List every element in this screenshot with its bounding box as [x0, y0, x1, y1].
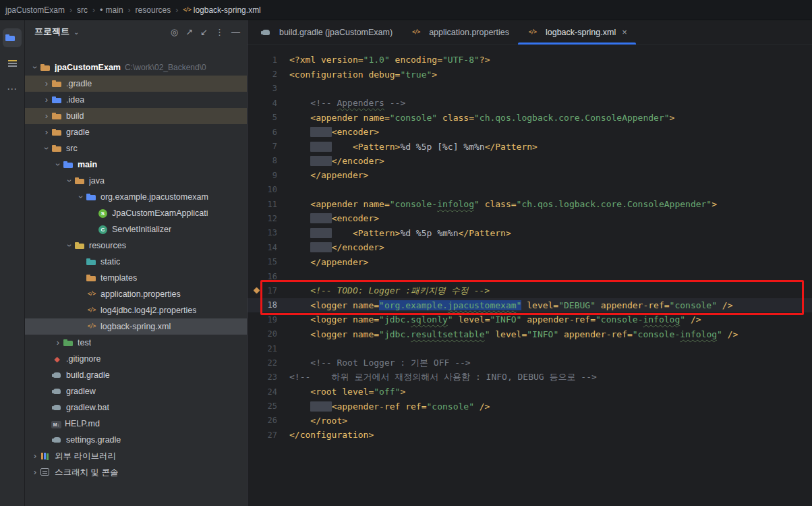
code-line[interactable]: 3: [248, 82, 812, 96]
chevron-right-icon[interactable]: ›: [42, 79, 51, 88]
line-number[interactable]: 5: [248, 113, 289, 122]
code-line[interactable]: 8 </encoder>: [248, 154, 812, 168]
line-number[interactable]: 25: [248, 401, 289, 411]
code-line[interactable]: 17 <!-- TODO: Logger :패키지명 수정 -->: [248, 283, 812, 298]
tree-item[interactable]: ›src: [25, 140, 247, 157]
more-options-icon[interactable]: ⋮: [215, 27, 224, 37]
chevron-down-icon[interactable]: ›: [65, 176, 74, 186]
line-number[interactable]: 26: [248, 416, 289, 425]
chevron-right-icon[interactable]: ›: [53, 338, 63, 347]
code-line[interactable]: 12 <encoder>: [248, 211, 812, 225]
code-line[interactable]: 16: [248, 269, 812, 283]
tree-item[interactable]: CServletInitializer: [25, 221, 247, 237]
line-number[interactable]: 2: [248, 69, 289, 79]
code-line[interactable]: 7 <Pattern>%d %5p [%c] %m%n</Pattern>: [248, 139, 812, 153]
tree-item[interactable]: ›org.example.jpacustomexam: [25, 189, 247, 205]
code-line[interactable]: 9 </appender>: [248, 168, 812, 182]
line-number[interactable]: 15: [248, 257, 289, 266]
code-line[interactable]: 18 <logger name="org.example.jpacustomex…: [248, 298, 812, 312]
line-number[interactable]: 9: [248, 171, 289, 180]
expand-all-icon[interactable]: ↗: [185, 27, 193, 37]
line-number[interactable]: 4: [248, 99, 289, 108]
tree-item[interactable]: ›.gradle: [25, 76, 247, 92]
code-line[interactable]: 26 </root>: [248, 414, 812, 428]
tree-item[interactable]: </>application.properties: [25, 286, 247, 302]
chevron-down-icon[interactable]: ›: [53, 160, 63, 169]
code-line[interactable]: 14 </encoder>: [248, 240, 812, 254]
code-line[interactable]: 4 <!-- Appenders -->: [248, 96, 812, 110]
project-tool-icon[interactable]: [3, 28, 22, 47]
chevron-down-icon[interactable]: ›: [30, 63, 40, 72]
tree-item[interactable]: ›build: [25, 108, 247, 124]
line-number[interactable]: 13: [248, 228, 289, 237]
code-line[interactable]: 23<!-- 하위 로거에서 재정의해서 사용함 : INFO, DEBUG 등…: [248, 370, 812, 385]
tree-item[interactable]: settings.gradle: [25, 432, 247, 448]
line-number[interactable]: 6: [248, 128, 289, 137]
code-editor[interactable]: 1<?xml version="1.0" encoding="UTF-8"?>2…: [248, 45, 812, 506]
code-line[interactable]: 10: [248, 183, 812, 197]
close-tab-icon[interactable]: ×: [622, 27, 627, 37]
tree-item[interactable]: </>logback-spring.xml: [25, 318, 247, 335]
line-number[interactable]: 21: [248, 344, 289, 354]
line-number[interactable]: 24: [248, 387, 289, 397]
code-line[interactable]: 2<configuration debug="true">: [248, 67, 812, 81]
chevron-down-icon[interactable]: ›: [42, 144, 51, 153]
tree-item[interactable]: ›resources: [25, 237, 247, 254]
tree-item[interactable]: gradlew: [25, 383, 247, 399]
tree-item[interactable]: build.gradle: [25, 367, 247, 383]
tree-item[interactable]: ›jpaCustomExamC:\work\02_Backend\0: [25, 59, 247, 76]
chevron-down-icon[interactable]: ›: [76, 192, 86, 202]
breadcrumb-item[interactable]: •main: [100, 5, 123, 15]
tree-item[interactable]: ◆.gitignore: [25, 351, 247, 367]
line-number[interactable]: 19: [248, 315, 289, 325]
code-line[interactable]: 5 <appender name="console" class="ch.qos…: [248, 111, 812, 125]
tree-item[interactable]: SJpaCustomExamApplicati: [25, 205, 247, 221]
line-number[interactable]: 11: [248, 200, 289, 209]
locate-file-icon[interactable]: ◎: [171, 27, 178, 37]
line-number[interactable]: 23: [248, 372, 289, 382]
more-tools-icon[interactable]: ⋯: [3, 80, 22, 99]
code-line[interactable]: 6 <encoder>: [248, 125, 812, 139]
code-line[interactable]: 1<?xml version="1.0" encoding="UTF-8"?>: [248, 53, 812, 67]
tree-item[interactable]: ›.idea: [25, 92, 247, 108]
line-number[interactable]: 22: [248, 358, 289, 368]
chevron-right-icon[interactable]: ›: [30, 451, 40, 461]
line-number[interactable]: 18: [248, 300, 289, 310]
line-number[interactable]: 12: [248, 214, 289, 223]
tree-item[interactable]: ›java: [25, 173, 247, 189]
breadcrumb-item[interactable]: </>logback-spring.xml: [183, 5, 261, 15]
tree-item[interactable]: ›main: [25, 157, 247, 173]
tree-item[interactable]: ›스크래치 및 콘솔: [25, 464, 247, 480]
code-line[interactable]: 13 <Pattern>%d %5p %m%n</Pattern>: [248, 226, 812, 240]
code-line[interactable]: 27</configuration>: [248, 428, 812, 442]
chevron-right-icon[interactable]: ›: [42, 95, 51, 105]
tree-item[interactable]: ›외부 라이브러리: [25, 448, 247, 464]
line-number[interactable]: 10: [248, 185, 289, 194]
tree-item[interactable]: ›test: [25, 335, 247, 351]
code-line[interactable]: 25 <appender-ref ref="console" />: [248, 399, 812, 413]
breadcrumb-item[interactable]: jpaCustomExam: [5, 5, 65, 15]
tree-item[interactable]: ›gradle: [25, 124, 247, 140]
chevron-right-icon[interactable]: ›: [42, 128, 51, 137]
line-number[interactable]: 20: [248, 329, 289, 339]
tree-item[interactable]: static: [25, 254, 247, 270]
line-number[interactable]: 27: [248, 430, 289, 440]
tab-logback-spring-xml[interactable]: </>logback-spring.xml×: [518, 20, 636, 44]
tree-item[interactable]: M↓HELP.md: [25, 416, 247, 432]
code-line[interactable]: 24 <root level="off">: [248, 385, 812, 399]
code-line[interactable]: 15 </appender>: [248, 254, 812, 269]
code-line[interactable]: 11 <appender name="console-infolog" clas…: [248, 197, 812, 211]
code-line[interactable]: 21: [248, 341, 812, 356]
line-number[interactable]: 16: [248, 272, 289, 281]
tree-item[interactable]: templates: [25, 270, 247, 286]
project-panel-title[interactable]: 프로젝트 ⌄: [34, 26, 79, 38]
line-number[interactable]: 3: [248, 84, 289, 93]
line-number[interactable]: 8: [248, 156, 289, 165]
tree-item[interactable]: </>log4jdbc.log4j2.properties: [25, 302, 247, 318]
line-number[interactable]: 7: [248, 142, 289, 151]
code-line[interactable]: 22 <!-- Root Logger : 기본 OFF -->: [248, 356, 812, 370]
chevron-down-icon[interactable]: ›: [65, 241, 74, 250]
tab-build-gradle[interactable]: build.gradle (jpaCustomExam): [252, 20, 401, 44]
chevron-right-icon[interactable]: ›: [30, 468, 40, 477]
chevron-right-icon[interactable]: ›: [42, 111, 51, 121]
